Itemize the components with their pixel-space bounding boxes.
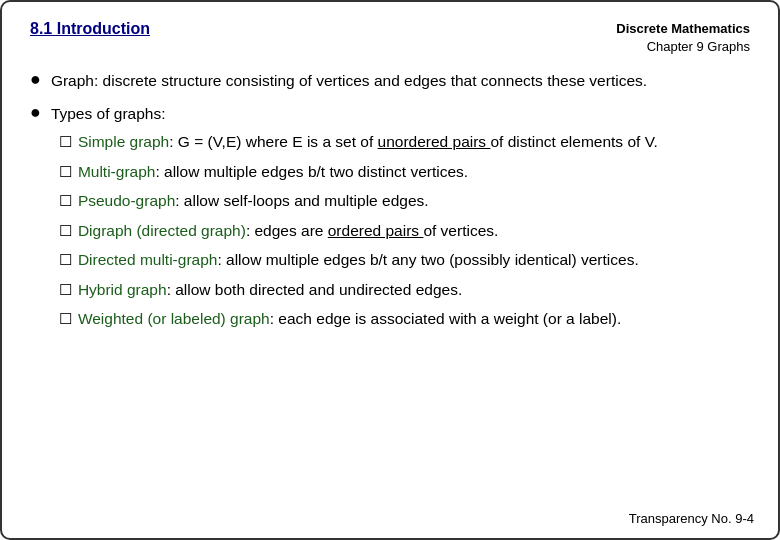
footer: Transparency No. 9-4 bbox=[629, 511, 754, 526]
sub-text-2: Multi-graph: allow multiple edges b/t tw… bbox=[78, 161, 468, 183]
header-row: 8.1 Introduction Discrete Mathematics Ch… bbox=[30, 20, 750, 56]
bullet-dot-1: ● bbox=[30, 69, 41, 90]
slide: 8.1 Introduction Discrete Mathematics Ch… bbox=[0, 0, 780, 540]
bullet-text-2: Types of graphs: bbox=[51, 105, 166, 122]
sub-item-weighted: ☐ Weighted (or labeled) graph: each edge… bbox=[59, 308, 658, 330]
label-weighted: Weighted (or labeled) graph bbox=[78, 310, 270, 327]
sub-items: ☐ Simple graph: G = (V,E) where E is a s… bbox=[59, 131, 658, 330]
main-content: ● Graph: discrete structure consisting o… bbox=[30, 70, 750, 337]
top-right: Discrete Mathematics Chapter 9 Graphs bbox=[616, 20, 750, 56]
label-pseudo-graph: Pseudo-graph bbox=[78, 192, 175, 209]
sub-text-4: Digraph (directed graph): edges are orde… bbox=[78, 220, 498, 242]
sub-bullet-7: ☐ bbox=[59, 308, 72, 330]
sub-item-pseudo-graph: ☐ Pseudo-graph: allow self-loops and mul… bbox=[59, 190, 658, 212]
sub-bullet-3: ☐ bbox=[59, 190, 72, 212]
sub-item-hybrid: ☐ Hybrid graph: allow both directed and … bbox=[59, 279, 658, 301]
sub-item-digraph: ☐ Digraph (directed graph): edges are or… bbox=[59, 220, 658, 242]
label-hybrid: Hybrid graph bbox=[78, 281, 167, 298]
sub-bullet-2: ☐ bbox=[59, 161, 72, 183]
underlined-ordered: ordered pairs bbox=[328, 222, 424, 239]
section-title: 8.1 Introduction bbox=[30, 20, 150, 38]
sub-bullet-4: ☐ bbox=[59, 220, 72, 242]
sub-text-5: Directed multi-graph: allow multiple edg… bbox=[78, 249, 639, 271]
sub-text-1: Simple graph: G = (V,E) where E is a set… bbox=[78, 131, 658, 153]
sub-bullet-6: ☐ bbox=[59, 279, 72, 301]
text-hybrid: : allow both directed and undirected edg… bbox=[167, 281, 463, 298]
bullet-dot-2: ● bbox=[30, 102, 41, 123]
text-pseudo-graph: : allow self-loops and multiple edges. bbox=[175, 192, 428, 209]
bullet-2: ● Types of graphs: ☐ Simple graph: G = (… bbox=[30, 103, 750, 338]
label-multi-graph: Multi-graph bbox=[78, 163, 156, 180]
sub-item-simple-graph: ☐ Simple graph: G = (V,E) where E is a s… bbox=[59, 131, 658, 153]
course-name: Discrete Mathematics bbox=[616, 20, 750, 38]
label-directed-multi: Directed multi-graph bbox=[78, 251, 218, 268]
text-weighted: : each edge is associated with a weight … bbox=[270, 310, 622, 327]
text-simple-graph: : G = (V,E) where E is a set of unordere… bbox=[169, 133, 658, 150]
sub-text-3: Pseudo-graph: allow self-loops and multi… bbox=[78, 190, 429, 212]
chapter-name: Chapter 9 Graphs bbox=[616, 38, 750, 56]
underlined-unordered: unordered pairs bbox=[378, 133, 491, 150]
bullet-text-1: Graph: discrete structure consisting of … bbox=[51, 70, 647, 92]
sub-bullet-1: ☐ bbox=[59, 131, 72, 153]
label-digraph: Digraph (directed graph) bbox=[78, 222, 246, 239]
sub-bullet-5: ☐ bbox=[59, 249, 72, 271]
text-digraph: : edges are ordered pairs of vertices. bbox=[246, 222, 498, 239]
text-directed-multi: : allow multiple edges b/t any two (poss… bbox=[217, 251, 638, 268]
bullet-1: ● Graph: discrete structure consisting o… bbox=[30, 70, 750, 92]
sub-text-7: Weighted (or labeled) graph: each edge i… bbox=[78, 308, 621, 330]
text-multi-graph: : allow multiple edges b/t two distinct … bbox=[155, 163, 468, 180]
sub-item-multi-graph: ☐ Multi-graph: allow multiple edges b/t … bbox=[59, 161, 658, 183]
label-simple-graph: Simple graph bbox=[78, 133, 169, 150]
sub-item-directed-multi: ☐ Directed multi-graph: allow multiple e… bbox=[59, 249, 658, 271]
sub-text-6: Hybrid graph: allow both directed and un… bbox=[78, 279, 462, 301]
